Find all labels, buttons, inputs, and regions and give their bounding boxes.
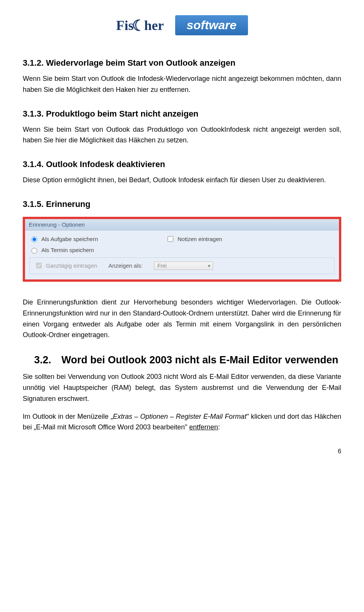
radio-termin-label: Als Termin speichern bbox=[41, 247, 94, 253]
checkbox-notizen-input[interactable] bbox=[168, 236, 173, 242]
panel-body: Als Aufgabe speichern Notizen eintragen … bbox=[25, 230, 339, 279]
checkbox-ganztag: Ganztägig eintragen bbox=[35, 262, 97, 270]
page-number: 6 bbox=[338, 448, 341, 455]
body-32-2-underline: entfernen bbox=[189, 423, 218, 431]
body-315: Die Erinnerungsfunktion dient zur Hervor… bbox=[23, 297, 341, 341]
radio-als-termin[interactable]: Als Termin speichern bbox=[30, 247, 94, 254]
heading-315: 3.1.5. Erinnerung bbox=[23, 199, 341, 209]
heading-312: 3.1.2. Wiedervorlage beim Start von Outl… bbox=[23, 58, 341, 68]
radio-als-aufgabe[interactable]: Als Aufgabe speichern bbox=[30, 235, 98, 242]
heading-314: 3.1.4. Outlook Infodesk deaktivieren bbox=[23, 159, 341, 169]
checkbox-notizen-label: Notizen eintragen bbox=[177, 236, 222, 242]
logo-text-fis: Fis bbox=[116, 17, 133, 33]
logo-text-her: her bbox=[144, 17, 164, 33]
body-32-2-pre: Im Outlook in der Menüzeile „ bbox=[23, 413, 113, 420]
anzeigen-label: Anzeigen als: bbox=[108, 262, 143, 269]
sub-row: Ganztägig eintragen Anzeigen als: Frei bbox=[30, 257, 334, 274]
radio-aufgabe-input[interactable] bbox=[31, 237, 37, 242]
checkbox-ganztag-label: Ganztägig eintragen bbox=[46, 262, 97, 269]
body-314: Diese Option ermöglicht ihnen, bei Bedar… bbox=[23, 175, 341, 186]
fischer-logo: Fis ☾ her bbox=[116, 17, 164, 34]
radio-aufgabe-label: Als Aufgabe speichern bbox=[41, 236, 98, 242]
body-32-2-end: : bbox=[218, 423, 220, 431]
erinnerung-options-panel: Erinnerung - Optionen Als Aufgabe speich… bbox=[23, 217, 341, 282]
heading-313: 3.1.3. Produktlogo beim Start nicht anze… bbox=[23, 109, 341, 119]
anzeigen-select[interactable]: Frei bbox=[154, 262, 213, 270]
crescent-icon: ☾ bbox=[132, 17, 146, 34]
body-312: Wenn Sie beim Start von Outlook die Info… bbox=[23, 73, 341, 95]
panel-title: Erinnerung - Optionen bbox=[25, 219, 339, 230]
body-32-2-italic: Extras – Optionen – Register E-Mail Form… bbox=[113, 413, 246, 420]
radio-termin-input[interactable] bbox=[31, 248, 37, 254]
body-32-2: Im Outlook in der Menüzeile „Extras – Op… bbox=[23, 411, 341, 433]
header-logos: Fis ☾ her software bbox=[23, 15, 341, 35]
software-badge: software bbox=[175, 15, 248, 35]
body-32-1: Sie sollten bei Verwendung von Outlook 2… bbox=[23, 371, 341, 404]
body-313: Wenn Sie beim Start von Outlook das Prod… bbox=[23, 124, 341, 146]
checkbox-ganztag-input bbox=[36, 263, 42, 268]
checkbox-notizen[interactable]: Notizen eintragen bbox=[166, 235, 222, 243]
heading-32: 3.2. Word bei Outlook 2003 nicht als E-M… bbox=[34, 354, 341, 366]
